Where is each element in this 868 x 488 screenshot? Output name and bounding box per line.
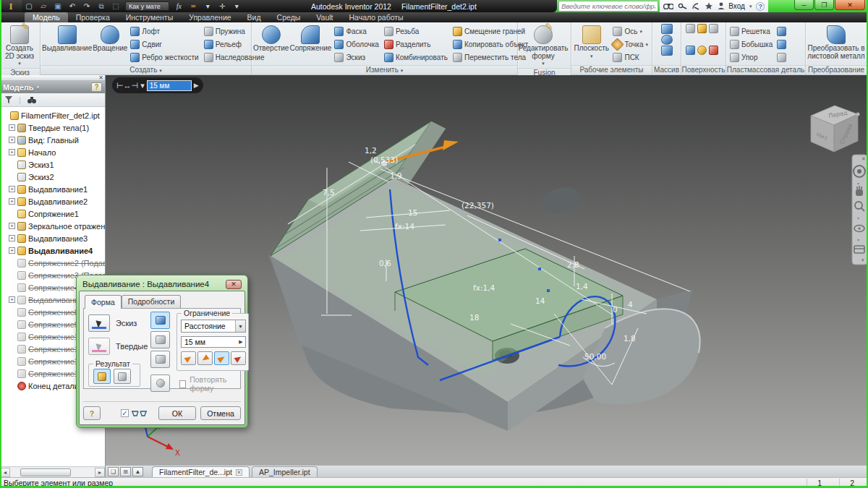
ribbon-tab-Vault[interactable]: Vault <box>308 12 341 22</box>
profile-select-button[interactable] <box>88 314 110 332</box>
help-icon[interactable]: ? <box>756 2 765 11</box>
dimension-label[interactable]: 1,2 <box>365 146 377 155</box>
chamfer-button[interactable]: Фаска <box>332 25 381 38</box>
extents-type-dropdown[interactable]: Расстояние ▼ <box>181 320 246 333</box>
direction2-button[interactable] <box>197 351 213 365</box>
mirror-icon[interactable] <box>661 46 673 56</box>
find-binoculars-icon[interactable] <box>27 96 37 104</box>
create-2d-sketch-button[interactable]: Создать 2D эскиз▾ <box>1 24 38 68</box>
op-join-button[interactable] <box>150 312 170 329</box>
open-file-icon[interactable]: ▱ <box>37 1 50 12</box>
tab-shape[interactable]: Форма <box>85 295 122 309</box>
work-ucs-button[interactable]: ПСК <box>610 51 650 64</box>
rib-button[interactable]: Ребро жесткости <box>128 51 200 64</box>
ribbon-tab-Инструменты[interactable]: Инструменты <box>118 12 181 22</box>
edit-form-button[interactable]: Редактировать форму▾ <box>519 24 567 68</box>
expand-icon[interactable]: + <box>9 186 15 192</box>
redo-icon[interactable]: ↷ <box>80 1 93 12</box>
expand-icon[interactable]: + <box>9 198 15 205</box>
ribbon-tab-Начало работы[interactable]: Начало работы <box>341 12 411 22</box>
tree-item[interactable]: +Выдавливание2 <box>1 195 105 207</box>
restore-button[interactable]: ❐ <box>814 0 834 10</box>
expand-up-icon[interactable]: ▲ <box>132 467 143 476</box>
tree-item[interactable]: +Зеркальное отражение1 <box>1 220 105 232</box>
close-button[interactable]: ✕ <box>835 0 865 10</box>
snap-fit-icon[interactable] <box>777 53 786 62</box>
tab-details[interactable]: Подробности <box>122 295 182 308</box>
expand-icon[interactable]: + <box>9 223 15 229</box>
dimension-label[interactable]: (0,533) <box>370 155 398 164</box>
loft-button[interactable]: Лофт <box>128 25 200 38</box>
chevron-down-icon[interactable]: ▾ <box>201 1 214 12</box>
shell-button[interactable]: Оболочка <box>332 38 381 51</box>
cascade-windows-icon[interactable]: ❏ <box>108 467 119 476</box>
browser-help-icon[interactable]: ? <box>91 82 102 92</box>
dimension-label[interactable]: 2,8 <box>567 260 579 269</box>
boss-button[interactable]: Бобышка <box>728 38 775 51</box>
dialog-close-button[interactable]: ✕ <box>226 280 242 289</box>
browser-hscrollbar[interactable]: ◂ ▸ <box>0 466 105 477</box>
ribbon-tab-Модель[interactable]: Модель <box>25 12 68 22</box>
dimension-label[interactable]: 7,5 <box>323 188 335 197</box>
hole-button[interactable]: Отверстие <box>253 24 289 53</box>
extrude-button[interactable]: Выдавливание <box>42 24 92 53</box>
delete-face-icon[interactable] <box>709 46 718 55</box>
combine-button[interactable]: Комбинировать <box>382 51 450 64</box>
sculpt-icon[interactable] <box>686 24 695 33</box>
favorites-star-icon[interactable] <box>705 2 712 10</box>
match-shape-checkbox[interactable] <box>179 380 186 388</box>
tree-item[interactable]: +Выдавливание3 <box>1 232 105 244</box>
document-tab[interactable]: AP_Impeller.ipt <box>252 466 318 477</box>
ok-button[interactable]: ОК <box>158 406 196 420</box>
material-style-dropdown[interactable]: Как у мате ▾ <box>125 1 169 11</box>
tree-item[interactable]: +Выдавливание4 <box>1 244 105 257</box>
preview-toggle[interactable]: ✓ <box>121 409 148 417</box>
expand-icon[interactable]: + <box>9 137 15 143</box>
cancel-button[interactable]: Отмена <box>200 406 241 420</box>
ribbon-tab-Среды[interactable]: Среды <box>269 12 309 22</box>
panel-label-create[interactable]: Создать ▾ <box>41 65 251 74</box>
tree-item[interactable]: Сопряжение1 <box>1 207 105 220</box>
undo-icon[interactable]: ↶ <box>66 1 79 12</box>
communication-center-icon[interactable] <box>692 2 700 10</box>
dimension-label[interactable]: 14 <box>535 296 545 305</box>
dimension-label[interactable]: 0 <box>613 305 618 314</box>
add-tool-icon[interactable]: ✛ <box>216 1 229 12</box>
circular-pattern-icon[interactable] <box>661 35 673 45</box>
sweep-button[interactable]: Сдвиг <box>128 38 200 51</box>
direction1-button[interactable] <box>181 351 196 365</box>
op-cut-button[interactable] <box>150 331 170 348</box>
chevron-down-icon[interactable]: ▾ <box>749 4 752 9</box>
solids-select-button[interactable] <box>88 338 110 355</box>
work-point-button[interactable]: Точка ▾ <box>610 38 650 51</box>
fillet-button[interactable]: Сопряжение <box>289 24 331 53</box>
result-surface-button[interactable] <box>114 369 131 384</box>
trim-icon[interactable] <box>686 46 695 55</box>
lip-icon[interactable] <box>777 40 786 49</box>
search-input[interactable] <box>558 1 658 12</box>
tab-close-icon[interactable]: ✕ <box>236 469 242 476</box>
preview-checkbox[interactable]: ✓ <box>121 409 129 417</box>
scroll-right-icon[interactable]: ▸ <box>95 468 105 477</box>
browser-grip[interactable]: ✕ <box>0 75 105 81</box>
rest-button[interactable]: Упор <box>728 51 775 64</box>
tree-item[interactable]: +Начало <box>1 146 105 158</box>
new-file-icon[interactable]: ▢ <box>22 1 35 12</box>
ribbon-tab-Управление[interactable]: Управление <box>181 12 239 22</box>
dimension-label[interactable]: 1,8 <box>624 334 636 343</box>
convert-to-sheetmetal-button[interactable]: Преобразовать в листовой металл <box>807 24 865 60</box>
grill-button[interactable]: Решетка <box>728 25 775 38</box>
work-plane-button[interactable]: Плоскость▾ <box>573 24 610 60</box>
boundary-patch-icon[interactable] <box>697 24 707 33</box>
save-icon[interactable]: ▣ <box>51 1 64 12</box>
op-newsolid-button[interactable] <box>150 374 170 392</box>
qat-customize-icon[interactable]: ▾ <box>230 1 243 12</box>
ribbon-tab-Проверка[interactable]: Проверка <box>68 12 118 22</box>
work-axis-button[interactable]: Ось ▾ <box>610 25 650 38</box>
distance-value-field[interactable]: 15 мм ▶ <box>181 336 246 348</box>
split-button[interactable]: Разделить <box>382 38 450 51</box>
extrude-dialog[interactable]: Выдавливание : Выдавливание4 ✕ ФормаПодр… <box>76 275 248 428</box>
tree-item[interactable]: Эскиз1 <box>1 158 105 171</box>
dialog-title-bar[interactable]: Выдавливание : Выдавливание4 ✕ <box>79 278 245 291</box>
tree-item[interactable]: +Твердые тела(1) <box>1 121 105 134</box>
